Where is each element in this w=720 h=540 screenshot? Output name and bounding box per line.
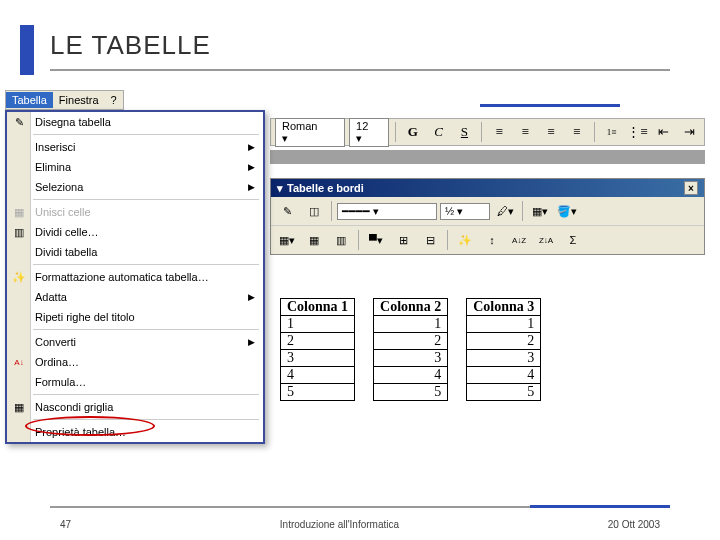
menu-formattazione-auto[interactable]: ✨Formattazione automatica tabella… <box>7 267 263 287</box>
eraser-button[interactable]: ◫ <box>302 199 326 223</box>
menu-dividi-celle[interactable]: ▥Dividi celle… <box>7 222 263 242</box>
border-color-button[interactable]: 🖊▾ <box>493 199 517 223</box>
menu-elimina[interactable]: Elimina▶ <box>7 157 263 177</box>
distribute-cols-button[interactable]: ⊟ <box>418 228 442 252</box>
toolbar-separator <box>395 122 396 142</box>
merge-cells-icon: ▦ <box>11 204 27 220</box>
italic-button[interactable]: C <box>428 121 450 143</box>
chevron-right-icon: ▶ <box>248 337 255 347</box>
accent-bar <box>20 25 34 75</box>
divider <box>50 69 670 71</box>
outdent-button[interactable]: ⇤ <box>652 121 674 143</box>
close-button[interactable]: × <box>684 181 698 195</box>
bold-button[interactable]: G <box>402 121 424 143</box>
menu-adatta[interactable]: Adatta▶ <box>7 287 263 307</box>
font-size-select[interactable]: 12 ▾ <box>349 118 389 147</box>
panel-title-text: Tabelle e bordi <box>287 182 364 194</box>
line-weight-select[interactable]: ½ ▾ <box>440 203 490 220</box>
chevron-right-icon: ▶ <box>248 142 255 152</box>
slide-title: LE TABELLE <box>50 30 670 61</box>
sort-az-icon: A↓ <box>11 354 27 370</box>
autosum-button[interactable]: Σ <box>561 228 585 252</box>
footer-title: Introduzione all'Informatica <box>280 519 399 530</box>
menubar-item-help[interactable]: ? <box>105 92 123 108</box>
menu-formula[interactable]: Formula… <box>7 372 263 392</box>
menu-separator <box>33 134 259 135</box>
border-button[interactable]: ▦▾ <box>528 199 552 223</box>
formatting-toolbar: Roman ▾ 12 ▾ G C S ≡ ≡ ≡ ≡ 1≡ ⋮≡ ⇤ ⇥ <box>270 118 705 146</box>
menu-inserisci[interactable]: Inserisci▶ <box>7 137 263 157</box>
distribute-rows-button[interactable]: ⊞ <box>391 228 415 252</box>
menu-separator <box>33 199 259 200</box>
accent-divider <box>480 104 620 107</box>
page-number: 47 <box>60 519 71 530</box>
pencil-icon: ✎ <box>11 114 27 130</box>
draw-table-button[interactable]: ✎ <box>275 199 299 223</box>
menu-seleziona[interactable]: Seleziona▶ <box>7 177 263 197</box>
col-header: Colonna 1 <box>281 299 355 316</box>
title-bar: LE TABELLE <box>50 30 670 71</box>
autoformat-icon: ✨ <box>11 269 27 285</box>
line-style-select[interactable]: ━━━━ ▾ <box>337 203 437 220</box>
menu-ordina[interactable]: A↓Ordina… <box>7 352 263 372</box>
dropdown-arrow-icon: ▾ <box>277 182 283 195</box>
table-cell: 3 <box>374 350 448 367</box>
menu-dividi-tabella[interactable]: Dividi tabella <box>7 242 263 262</box>
footer-accent <box>530 505 670 508</box>
bullet-list-button[interactable]: ⋮≡ <box>626 121 648 143</box>
align-right-button[interactable]: ≡ <box>540 121 562 143</box>
numbered-list-button[interactable]: 1≡ <box>601 121 623 143</box>
menu-separator <box>33 394 259 395</box>
justify-button[interactable]: ≡ <box>566 121 588 143</box>
menu-separator <box>33 419 259 420</box>
split-cells-button[interactable]: ▥ <box>329 228 353 252</box>
hide-grid-icon: ▦ <box>11 399 27 415</box>
menubar: Tabella Finestra ? <box>5 90 124 110</box>
separator <box>522 201 523 221</box>
menu-nascondi-griglia[interactable]: ▦Nascondi griglia <box>7 397 263 417</box>
footer-date: 20 Ott 2003 <box>608 519 660 530</box>
toolbar-separator <box>594 122 595 142</box>
align-center-button[interactable]: ≡ <box>514 121 536 143</box>
table-cell: 2 <box>467 333 541 350</box>
table-cell: 1 <box>281 316 355 333</box>
menubar-item-finestra[interactable]: Finestra <box>53 92 105 108</box>
underline-button[interactable]: S <box>454 121 476 143</box>
tabella-dropdown: ✎Disegna tabella Inserisci▶ Elimina▶ Sel… <box>5 110 265 444</box>
menu-separator <box>33 329 259 330</box>
panel-titlebar[interactable]: ▾ Tabelle e bordi × <box>271 179 704 197</box>
sample-tables: Colonna 1 1 2 3 4 5 Colonna 2 1 2 3 4 5 … <box>280 298 541 401</box>
sample-table-2: Colonna 2 1 2 3 4 5 <box>373 298 448 401</box>
menu-disegna-tabella[interactable]: ✎Disegna tabella <box>7 112 263 132</box>
menu-converti[interactable]: Converti▶ <box>7 332 263 352</box>
table-cell: 5 <box>374 384 448 401</box>
font-select[interactable]: Roman ▾ <box>275 118 345 147</box>
fill-color-button[interactable]: 🪣▾ <box>555 199 579 223</box>
menu-proprieta-tabella[interactable]: Proprietà tabella… <box>7 422 263 442</box>
col-header: Colonna 2 <box>374 299 448 316</box>
merge-cells-button[interactable]: ▦ <box>302 228 326 252</box>
toolbar-separator <box>481 122 482 142</box>
indent-button[interactable]: ⇥ <box>678 121 700 143</box>
sort-asc-button[interactable]: A↓Z <box>507 228 531 252</box>
chevron-right-icon: ▶ <box>248 162 255 172</box>
panel-row-1: ✎ ◫ ━━━━ ▾ ½ ▾ 🖊▾ ▦▾ 🪣▾ <box>271 197 704 225</box>
ruler-placeholder <box>270 150 705 164</box>
text-direction-button[interactable]: ↕ <box>480 228 504 252</box>
table-cell: 3 <box>467 350 541 367</box>
table-cell: 1 <box>467 316 541 333</box>
table-cell: 5 <box>467 384 541 401</box>
separator <box>447 230 448 250</box>
chevron-right-icon: ▶ <box>248 182 255 192</box>
menu-unisci-celle: ▦Unisci celle <box>7 202 263 222</box>
table-cell: 4 <box>467 367 541 384</box>
menu-ripeti-righe[interactable]: Ripeti righe del titolo <box>7 307 263 327</box>
chevron-right-icon: ▶ <box>248 292 255 302</box>
align-left-button[interactable]: ≡ <box>488 121 510 143</box>
sort-desc-button[interactable]: Z↓A <box>534 228 558 252</box>
menubar-item-tabella[interactable]: Tabella <box>6 92 53 108</box>
autoformat-button[interactable]: ✨ <box>453 228 477 252</box>
align-top-button[interactable]: ▀▾ <box>364 228 388 252</box>
insert-table-button[interactable]: ▦▾ <box>275 228 299 252</box>
split-cells-icon: ▥ <box>11 224 27 240</box>
